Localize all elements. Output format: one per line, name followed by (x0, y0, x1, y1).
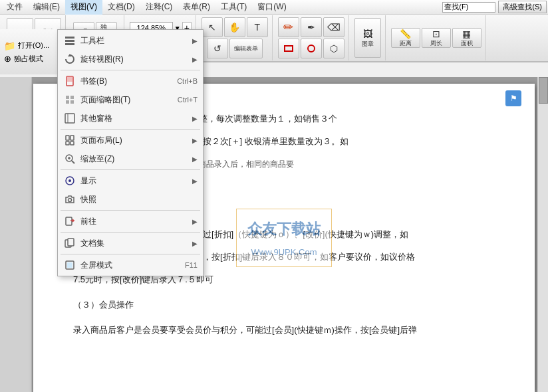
dd-pagelayout[interactable]: 页面布局(L) ▶ (58, 131, 203, 149)
dd-display-arrow: ▶ (192, 177, 198, 185)
hand-btn[interactable]: ✋ (224, 17, 245, 37)
distance-btn[interactable]: 📏 距离 (391, 28, 420, 48)
dd-bookmark-label: 书签(B) (80, 76, 172, 87)
dd-otherwin-arrow: ▶ (192, 115, 198, 122)
menu-doc[interactable]: 文档(D) (102, 0, 140, 15)
svg-rect-15 (70, 142, 74, 145)
svg-rect-7 (70, 96, 74, 99)
open-file-btn[interactable]: 📁 打开(O)... (4, 41, 57, 51)
menu-window[interactable]: 窗口(W) (252, 0, 291, 15)
dd-zoom-label: 缩放至(Z) (80, 153, 190, 165)
image-icon: 🖼 (362, 28, 374, 40)
solo-mode-btn[interactable]: ⊕ 独占模式 (4, 54, 57, 64)
dd-thumbnail-label: 页面缩略图(T) (80, 94, 172, 106)
hand-icon: ✋ (229, 21, 241, 33)
area-btn[interactable]: ▦ 面积 (452, 28, 481, 48)
scrollbar-thumb[interactable] (539, 77, 548, 104)
dd-fullscreen-label: 全屏模式 (80, 260, 180, 271)
dd-docset[interactable]: 文档集 ▶ (58, 234, 203, 252)
dd-sep-1 (61, 70, 200, 70)
cursor-icon: ↖ (206, 21, 218, 33)
fullscreen-menu-icon (63, 258, 76, 272)
eraser-btn[interactable]: ⌫ (323, 17, 344, 37)
display-menu-icon (63, 174, 76, 187)
pen-icon: ✒ (305, 21, 317, 33)
toolbar-menu-icon (63, 34, 76, 47)
text-btn[interactable]: T (247, 17, 268, 37)
dd-goto-label: 前往 (80, 216, 190, 227)
advanced-search-button[interactable]: 高级查找(S) (498, 1, 547, 13)
dd-sep-2 (61, 129, 200, 130)
dd-toolbar-arrow: ▶ (192, 37, 198, 45)
folder-icon: 📁 (4, 41, 15, 51)
circle-btn[interactable] (301, 39, 322, 58)
dd-fullscreen-shortcut: F11 (185, 261, 198, 269)
line-icon: ✏ (283, 21, 295, 33)
poly-btn[interactable]: ⬡ (323, 39, 344, 58)
solo-icon: ⊕ (4, 54, 11, 64)
svg-rect-2 (65, 43, 74, 45)
refresh-icon: ↺ (211, 43, 223, 54)
menu-table[interactable]: 表单(R) (178, 0, 215, 15)
toolbar-measure-section: 📏 距离 ⊡ 周长 ▦ 面积 (387, 15, 486, 60)
dd-fullscreen[interactable]: 全屏模式 F11 (58, 256, 203, 274)
pagelayout-menu-icon (63, 134, 76, 147)
svg-rect-5 (67, 76, 73, 82)
dd-docset-arrow: ▶ (192, 240, 198, 247)
doc-action-icon[interactable]: ⚑ (505, 90, 521, 106)
toolbar-draw-section: ✏ ✒ ⌫ ⬡ (274, 15, 349, 60)
doc-section-3: （３）会员操作 (73, 296, 495, 314)
circle-icon (307, 45, 315, 52)
scrollbar[interactable] (537, 77, 548, 392)
dd-zoom-arrow: ▶ (192, 155, 198, 163)
area-icon: ▦ (461, 29, 473, 39)
svg-line-17 (72, 161, 74, 163)
svg-rect-8 (66, 100, 69, 104)
dd-goto[interactable]: 前往 ▶ (58, 212, 203, 231)
text-icon: T (251, 21, 263, 33)
snapshot-menu-icon (63, 193, 76, 206)
dd-zoom[interactable]: 缩放至(Z) ▶ (58, 149, 203, 168)
dd-docset-label: 文档集 (80, 238, 190, 249)
dd-pagelayout-label: 页面布局(L) (80, 135, 190, 146)
dd-sep-6 (61, 254, 200, 254)
svg-rect-13 (70, 136, 74, 140)
dd-bookmark[interactable]: 书签(B) Ctrl+B (58, 72, 203, 90)
dd-toolbar[interactable]: 工具栏 ▶ (58, 31, 203, 50)
search-input[interactable] (442, 2, 495, 13)
dd-display-label: 显示 (80, 175, 190, 187)
select-btn[interactable]: ↖ (202, 17, 223, 37)
perimeter-btn[interactable]: ⊡ 周长 (422, 28, 451, 48)
dd-snapshot-label: 快照 (80, 194, 198, 205)
goto-menu-icon (63, 215, 76, 228)
svg-rect-6 (66, 96, 69, 99)
gallery-btn[interactable]: 🖼 图章 (354, 18, 381, 58)
menu-file[interactable]: 文件 (1, 0, 28, 15)
thumbnail-menu-icon (63, 93, 76, 106)
dd-thumbnail[interactable]: 页面缩略图(T) Ctrl+T (58, 90, 203, 109)
line-btn[interactable]: ✏ (278, 17, 299, 37)
rotate-menu-icon (63, 52, 76, 66)
dd-rotate[interactable]: 旋转视图(R) ▶ (58, 50, 203, 68)
dd-otherwin[interactable]: 其他窗格 ▶ (58, 109, 203, 128)
doc-line-8: 录入商品后客户是会员要享受会员价与积分，可能过[会员](快捷键ｍ)操作，按[会员… (73, 322, 495, 339)
dd-display[interactable]: 显示 ▶ (58, 171, 203, 190)
svg-rect-12 (66, 136, 69, 140)
left-panel: 📁 打开(O)... ⊕ 独占模式 (0, 29, 61, 74)
open-label: 打开(O)... (18, 41, 49, 50)
menu-edit[interactable]: 编辑(E) (28, 0, 65, 15)
refresh-btn[interactable]: ↺ (207, 39, 228, 58)
edit-form-btn[interactable]: 编辑表单 (229, 39, 263, 58)
polygon-icon: ⬡ (328, 43, 340, 54)
otherwin-menu-icon (63, 112, 76, 125)
eraser-icon: ⌫ (328, 21, 340, 33)
rect-btn[interactable] (278, 39, 299, 58)
pen-btn[interactable]: ✒ (301, 17, 322, 37)
dd-rotate-arrow: ▶ (192, 56, 198, 63)
toolbar-gallery-section: 🖼 图章 (350, 15, 386, 60)
menu-view[interactable]: 视图(V) (65, 0, 102, 15)
menu-tools[interactable]: 工具(T) (215, 0, 252, 15)
menu-comment[interactable]: 注释(C) (140, 0, 178, 15)
rectangle-icon (284, 45, 293, 52)
dd-snapshot[interactable]: 快照 (58, 190, 203, 209)
